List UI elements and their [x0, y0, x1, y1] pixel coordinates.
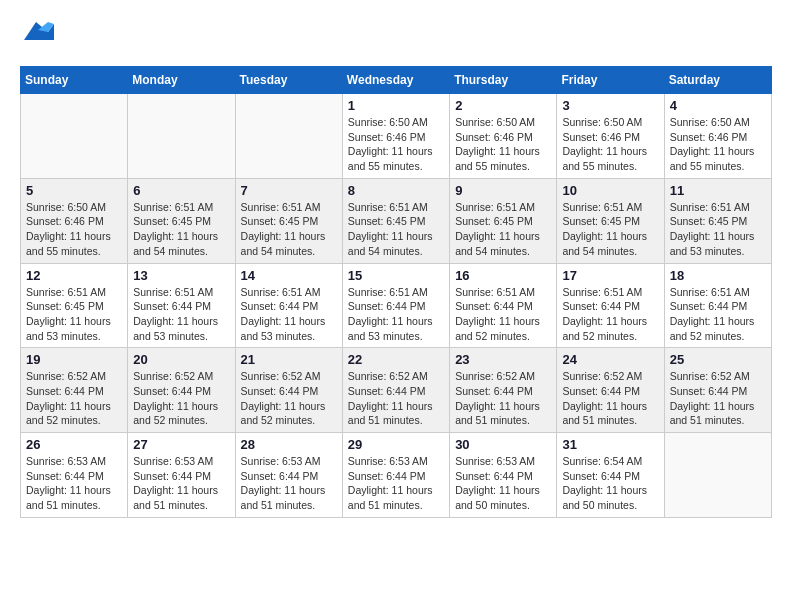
day-info: Sunrise: 6:51 AMSunset: 6:44 PMDaylight:… — [241, 285, 337, 344]
calendar-day-cell: 9Sunrise: 6:51 AMSunset: 6:45 PMDaylight… — [450, 178, 557, 263]
day-info: Sunrise: 6:51 AMSunset: 6:45 PMDaylight:… — [348, 200, 444, 259]
day-number: 31 — [562, 437, 658, 452]
day-info: Sunrise: 6:51 AMSunset: 6:45 PMDaylight:… — [455, 200, 551, 259]
calendar-day-cell: 26Sunrise: 6:53 AMSunset: 6:44 PMDayligh… — [21, 433, 128, 518]
calendar-day-cell: 23Sunrise: 6:52 AMSunset: 6:44 PMDayligh… — [450, 348, 557, 433]
day-info: Sunrise: 6:50 AMSunset: 6:46 PMDaylight:… — [670, 115, 766, 174]
day-info: Sunrise: 6:53 AMSunset: 6:44 PMDaylight:… — [348, 454, 444, 513]
calendar-day-cell: 8Sunrise: 6:51 AMSunset: 6:45 PMDaylight… — [342, 178, 449, 263]
calendar-day-cell: 7Sunrise: 6:51 AMSunset: 6:45 PMDaylight… — [235, 178, 342, 263]
day-number: 15 — [348, 268, 444, 283]
day-info: Sunrise: 6:50 AMSunset: 6:46 PMDaylight:… — [348, 115, 444, 174]
calendar-day-cell: 17Sunrise: 6:51 AMSunset: 6:44 PMDayligh… — [557, 263, 664, 348]
day-info: Sunrise: 6:52 AMSunset: 6:44 PMDaylight:… — [133, 369, 229, 428]
day-number: 10 — [562, 183, 658, 198]
day-info: Sunrise: 6:52 AMSunset: 6:44 PMDaylight:… — [455, 369, 551, 428]
day-number: 24 — [562, 352, 658, 367]
day-number: 11 — [670, 183, 766, 198]
calendar-day-cell: 12Sunrise: 6:51 AMSunset: 6:45 PMDayligh… — [21, 263, 128, 348]
day-number: 26 — [26, 437, 122, 452]
calendar-day-cell: 1Sunrise: 6:50 AMSunset: 6:46 PMDaylight… — [342, 94, 449, 179]
calendar-day-cell: 5Sunrise: 6:50 AMSunset: 6:46 PMDaylight… — [21, 178, 128, 263]
calendar-day-cell: 10Sunrise: 6:51 AMSunset: 6:45 PMDayligh… — [557, 178, 664, 263]
day-number: 27 — [133, 437, 229, 452]
day-number: 12 — [26, 268, 122, 283]
day-number: 19 — [26, 352, 122, 367]
calendar-day-cell — [128, 94, 235, 179]
calendar-week-row: 19Sunrise: 6:52 AMSunset: 6:44 PMDayligh… — [21, 348, 772, 433]
day-info: Sunrise: 6:50 AMSunset: 6:46 PMDaylight:… — [455, 115, 551, 174]
calendar-week-row: 12Sunrise: 6:51 AMSunset: 6:45 PMDayligh… — [21, 263, 772, 348]
logo-icon — [24, 20, 54, 50]
day-info: Sunrise: 6:51 AMSunset: 6:44 PMDaylight:… — [348, 285, 444, 344]
day-info: Sunrise: 6:51 AMSunset: 6:44 PMDaylight:… — [670, 285, 766, 344]
calendar-day-cell: 19Sunrise: 6:52 AMSunset: 6:44 PMDayligh… — [21, 348, 128, 433]
day-info: Sunrise: 6:50 AMSunset: 6:46 PMDaylight:… — [26, 200, 122, 259]
calendar-day-cell: 16Sunrise: 6:51 AMSunset: 6:44 PMDayligh… — [450, 263, 557, 348]
day-info: Sunrise: 6:52 AMSunset: 6:44 PMDaylight:… — [670, 369, 766, 428]
calendar-day-cell: 31Sunrise: 6:54 AMSunset: 6:44 PMDayligh… — [557, 433, 664, 518]
weekday-header: Wednesday — [342, 67, 449, 94]
calendar-day-cell: 27Sunrise: 6:53 AMSunset: 6:44 PMDayligh… — [128, 433, 235, 518]
calendar-week-row: 1Sunrise: 6:50 AMSunset: 6:46 PMDaylight… — [21, 94, 772, 179]
day-info: Sunrise: 6:53 AMSunset: 6:44 PMDaylight:… — [26, 454, 122, 513]
weekday-header: Saturday — [664, 67, 771, 94]
calendar-day-cell — [664, 433, 771, 518]
day-number: 23 — [455, 352, 551, 367]
day-info: Sunrise: 6:53 AMSunset: 6:44 PMDaylight:… — [241, 454, 337, 513]
calendar-table: SundayMondayTuesdayWednesdayThursdayFrid… — [20, 66, 772, 518]
calendar-day-cell: 24Sunrise: 6:52 AMSunset: 6:44 PMDayligh… — [557, 348, 664, 433]
weekday-header: Monday — [128, 67, 235, 94]
day-info: Sunrise: 6:51 AMSunset: 6:45 PMDaylight:… — [670, 200, 766, 259]
day-number: 17 — [562, 268, 658, 283]
day-number: 29 — [348, 437, 444, 452]
calendar-day-cell: 22Sunrise: 6:52 AMSunset: 6:44 PMDayligh… — [342, 348, 449, 433]
calendar-day-cell — [21, 94, 128, 179]
day-number: 28 — [241, 437, 337, 452]
day-number: 21 — [241, 352, 337, 367]
calendar-day-cell: 6Sunrise: 6:51 AMSunset: 6:45 PMDaylight… — [128, 178, 235, 263]
page-header — [20, 20, 772, 50]
day-info: Sunrise: 6:51 AMSunset: 6:45 PMDaylight:… — [133, 200, 229, 259]
calendar-day-cell: 29Sunrise: 6:53 AMSunset: 6:44 PMDayligh… — [342, 433, 449, 518]
day-info: Sunrise: 6:51 AMSunset: 6:44 PMDaylight:… — [562, 285, 658, 344]
day-info: Sunrise: 6:52 AMSunset: 6:44 PMDaylight:… — [348, 369, 444, 428]
calendar-day-cell: 15Sunrise: 6:51 AMSunset: 6:44 PMDayligh… — [342, 263, 449, 348]
day-info: Sunrise: 6:53 AMSunset: 6:44 PMDaylight:… — [133, 454, 229, 513]
weekday-header: Thursday — [450, 67, 557, 94]
day-number: 1 — [348, 98, 444, 113]
day-info: Sunrise: 6:51 AMSunset: 6:45 PMDaylight:… — [241, 200, 337, 259]
day-number: 22 — [348, 352, 444, 367]
calendar-day-cell: 14Sunrise: 6:51 AMSunset: 6:44 PMDayligh… — [235, 263, 342, 348]
day-info: Sunrise: 6:52 AMSunset: 6:44 PMDaylight:… — [562, 369, 658, 428]
calendar-week-row: 26Sunrise: 6:53 AMSunset: 6:44 PMDayligh… — [21, 433, 772, 518]
weekday-header: Tuesday — [235, 67, 342, 94]
day-info: Sunrise: 6:51 AMSunset: 6:44 PMDaylight:… — [133, 285, 229, 344]
calendar-day-cell: 2Sunrise: 6:50 AMSunset: 6:46 PMDaylight… — [450, 94, 557, 179]
day-number: 20 — [133, 352, 229, 367]
day-info: Sunrise: 6:51 AMSunset: 6:45 PMDaylight:… — [26, 285, 122, 344]
day-info: Sunrise: 6:51 AMSunset: 6:44 PMDaylight:… — [455, 285, 551, 344]
day-number: 7 — [241, 183, 337, 198]
day-info: Sunrise: 6:52 AMSunset: 6:44 PMDaylight:… — [26, 369, 122, 428]
logo — [20, 20, 54, 50]
day-number: 25 — [670, 352, 766, 367]
day-info: Sunrise: 6:53 AMSunset: 6:44 PMDaylight:… — [455, 454, 551, 513]
day-info: Sunrise: 6:52 AMSunset: 6:44 PMDaylight:… — [241, 369, 337, 428]
day-number: 16 — [455, 268, 551, 283]
weekday-header: Sunday — [21, 67, 128, 94]
day-number: 18 — [670, 268, 766, 283]
weekday-header-row: SundayMondayTuesdayWednesdayThursdayFrid… — [21, 67, 772, 94]
day-number: 5 — [26, 183, 122, 198]
day-number: 13 — [133, 268, 229, 283]
calendar-day-cell: 11Sunrise: 6:51 AMSunset: 6:45 PMDayligh… — [664, 178, 771, 263]
calendar-day-cell: 18Sunrise: 6:51 AMSunset: 6:44 PMDayligh… — [664, 263, 771, 348]
calendar-day-cell: 13Sunrise: 6:51 AMSunset: 6:44 PMDayligh… — [128, 263, 235, 348]
day-info: Sunrise: 6:50 AMSunset: 6:46 PMDaylight:… — [562, 115, 658, 174]
day-number: 2 — [455, 98, 551, 113]
day-number: 6 — [133, 183, 229, 198]
day-number: 3 — [562, 98, 658, 113]
calendar-day-cell — [235, 94, 342, 179]
day-number: 30 — [455, 437, 551, 452]
day-info: Sunrise: 6:54 AMSunset: 6:44 PMDaylight:… — [562, 454, 658, 513]
